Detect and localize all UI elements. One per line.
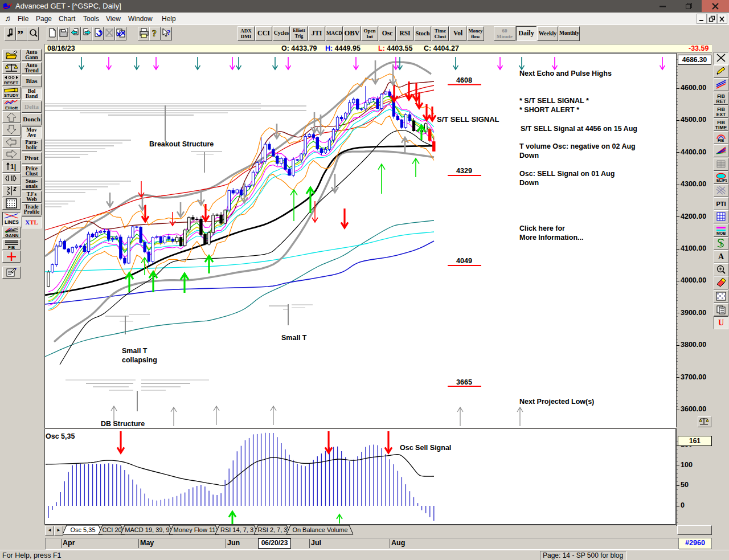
svg-text:Small T: Small T xyxy=(122,347,148,355)
svg-text:MACD 19, 39, 9: MACD 19, 39, 9 xyxy=(125,526,169,533)
svg-text:Down: Down xyxy=(519,152,539,160)
svg-text:1|: 1| xyxy=(10,163,16,171)
svg-text:RESET: RESET xyxy=(4,80,18,85)
svg-text:Osc Sell Signal: Osc Sell Signal xyxy=(400,444,451,452)
svg-text:* SHORT ALERT *: * SHORT ALERT * xyxy=(519,106,579,114)
svg-text:On Balance Volume: On Balance Volume xyxy=(292,526,347,533)
svg-text:Osc: SELL Signal on 01 Aug: Osc: SELL Signal on 01 Aug xyxy=(519,170,615,178)
svg-text:STUDY: STUDY xyxy=(4,93,18,98)
svg-text:?: ? xyxy=(167,28,171,36)
svg-text:Click here for: Click here for xyxy=(519,224,565,232)
svg-text:LINES: LINES xyxy=(5,219,19,225)
svg-text:Osc 5,35: Osc 5,35 xyxy=(46,432,75,440)
svg-text:Elliott: Elliott xyxy=(5,105,18,111)
svg-text:More Information...: More Information... xyxy=(519,234,584,242)
svg-text:?: ? xyxy=(152,28,157,38)
svg-text:Next Projected Low(s): Next Projected Low(s) xyxy=(519,398,594,406)
svg-text:Small T: Small T xyxy=(281,334,307,342)
svg-text:Breakout Structure: Breakout Structure xyxy=(149,140,214,148)
svg-text:ELIPS: ELIPS xyxy=(716,178,727,182)
svg-text:MOB: MOB xyxy=(716,231,726,235)
svg-text:”: ” xyxy=(17,28,23,38)
svg-text:Down: Down xyxy=(519,179,539,187)
svg-text:S/T SELL SIGNAL: S/T SELL SIGNAL xyxy=(437,115,499,124)
svg-text:collapsing: collapsing xyxy=(122,356,157,364)
svg-text:Next Echo and Pulse Highs: Next Echo and Pulse Highs xyxy=(519,70,612,77)
svg-text:DB Structure: DB Structure xyxy=(101,420,145,427)
svg-text:* S/T SELL SIGNAL *: * S/T SELL SIGNAL * xyxy=(519,97,589,105)
svg-text:4608: 4608 xyxy=(456,76,472,84)
svg-text:1: 1 xyxy=(719,240,723,247)
svg-text:S/T SELL Signal at 4456 on 15: S/T SELL Signal at 4456 on 15 Aug xyxy=(521,125,637,133)
svg-text:FIB: FIB xyxy=(718,138,724,142)
svg-text:3665: 3665 xyxy=(456,378,472,386)
svg-text:RSI 2, 7, 3: RSI 2, 7, 3 xyxy=(258,526,288,533)
svg-text:Osc 5,35: Osc 5,35 xyxy=(70,526,95,533)
svg-text:4329: 4329 xyxy=(456,167,472,175)
svg-text:RSI 14, 7, 3: RSI 14, 7, 3 xyxy=(220,526,253,533)
svg-text:T volume Osc: negative on 02 A: T volume Osc: negative on 02 Aug xyxy=(519,142,636,150)
svg-text:Money Flow 11: Money Flow 11 xyxy=(174,526,216,533)
svg-text:GANN: GANN xyxy=(5,233,19,238)
svg-text:4049: 4049 xyxy=(456,257,472,265)
svg-text:FIB: FIB xyxy=(8,245,15,249)
svg-text:CCI 20: CCI 20 xyxy=(102,526,121,533)
